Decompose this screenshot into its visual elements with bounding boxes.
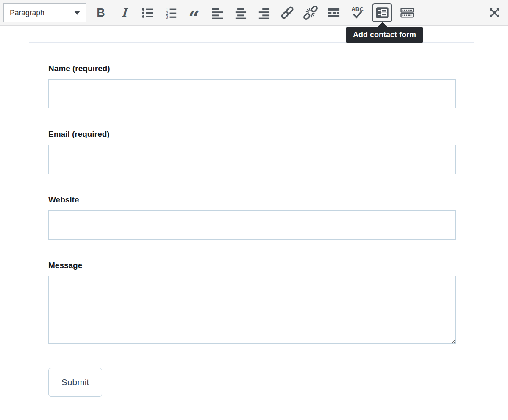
unlink-icon (303, 6, 318, 20)
align-right-icon (258, 6, 271, 19)
align-left-button[interactable] (209, 3, 226, 22)
italic-button[interactable]: I (116, 3, 133, 22)
fullscreen-button[interactable] (486, 3, 503, 22)
format-select[interactable]: Paragraph (3, 3, 86, 22)
insert-link-button[interactable] (279, 3, 296, 22)
bold-button[interactable]: B (92, 3, 109, 22)
align-right-button[interactable] (255, 3, 272, 22)
email-input[interactable] (48, 145, 456, 174)
spellcheck-button[interactable]: ABC (349, 3, 366, 22)
fullscreen-icon (488, 6, 501, 19)
submit-row: Submit (48, 368, 456, 397)
spellcheck-icon: ABC (350, 6, 364, 20)
link-icon (280, 6, 294, 20)
message-textarea[interactable] (48, 276, 456, 344)
align-center-button[interactable] (232, 3, 249, 22)
more-tag-icon (327, 6, 341, 19)
italic-icon: I (122, 6, 127, 19)
numbered-list-icon: 1 2 3 (164, 6, 178, 19)
bulleted-list-button[interactable] (139, 3, 156, 22)
message-field-label: Message (48, 261, 456, 270)
svg-text:3: 3 (165, 14, 168, 19)
tooltip-text: Add contact form (353, 30, 416, 39)
add-contact-form-button[interactable] (372, 3, 392, 22)
format-select-value: Paragraph (10, 8, 44, 17)
form-field-website: Website (48, 195, 456, 240)
form-field-message: Message (48, 261, 456, 344)
website-input[interactable] (48, 210, 456, 240)
keyboard-icon (400, 6, 414, 20)
email-field-label: Email (required) (48, 130, 456, 139)
name-field-label: Name (required) (48, 64, 456, 73)
align-left-icon (211, 6, 224, 19)
form-field-email: Email (required) (48, 130, 456, 174)
svg-text:ABC: ABC (351, 6, 364, 12)
remove-link-button[interactable] (302, 3, 319, 22)
name-input[interactable] (48, 79, 456, 108)
form-field-name: Name (required) (48, 64, 456, 108)
numbered-list-button[interactable]: 1 2 3 (162, 3, 179, 22)
bold-icon: B (97, 6, 105, 19)
submit-button[interactable]: Submit (48, 368, 102, 397)
blockquote-button[interactable]: “ (186, 3, 203, 22)
website-field-label: Website (48, 195, 456, 204)
contact-form-preview: Name (required) Email (required) Website… (29, 42, 474, 415)
editor-toolbar: Paragraph B I 1 2 3 “ (0, 0, 508, 26)
bulleted-list-icon (141, 6, 154, 19)
align-center-icon (234, 6, 247, 19)
tooltip-add-contact-form: Add contact form (346, 27, 423, 43)
more-tag-button[interactable] (325, 3, 342, 22)
contact-form-icon (375, 6, 389, 19)
chevron-down-icon (74, 11, 80, 15)
toolbar-toggle-button[interactable] (399, 3, 416, 22)
